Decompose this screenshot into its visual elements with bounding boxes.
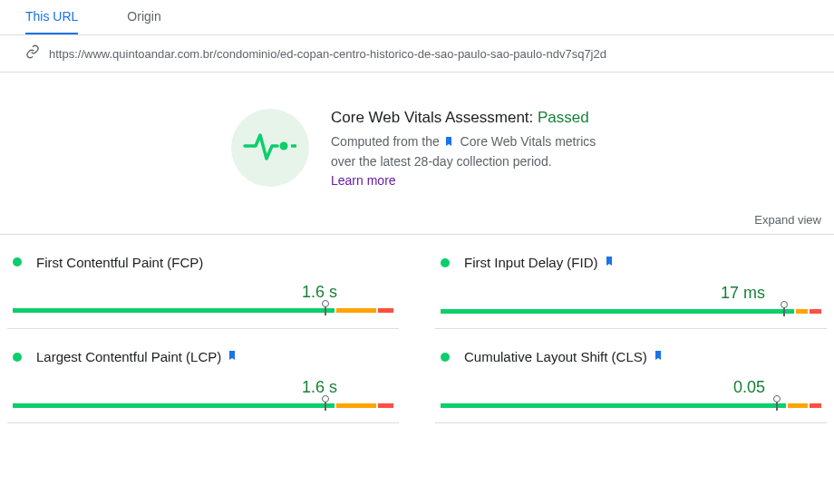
metric-header: Cumulative Layout Shift (CLS) [441,349,821,365]
metric-header: Largest Contentful Paint (LCP) [13,349,393,365]
metrics-grid: First Contentful Paint (FCP) 1.6 s First… [0,235,834,423]
metric-cls: Cumulative Layout Shift (CLS) 0.05 [435,329,827,423]
metric-fid: First Input Delay (FID) 17 ms [435,235,827,329]
metric-fcp: First Contentful Paint (FCP) 1.6 s [7,235,399,329]
metric-value: 1.6 s [13,378,393,397]
svg-rect-1 [291,145,296,148]
link-icon [25,44,40,63]
bookmark-icon [443,134,454,152]
assessment-title: Core Web Vitals Assessment: Passed [331,109,603,127]
metric-bar [441,401,821,410]
url-text: https://www.quintoandar.com.br/condomini… [49,47,606,61]
assessment-text: Core Web Vitals Assessment: Passed Compu… [331,109,603,188]
metric-header: First Contentful Paint (FCP) [13,255,393,270]
status-dot-good [13,353,22,362]
svg-point-0 [280,142,288,150]
metric-name: First Contentful Paint (FCP) [36,255,203,270]
tabs: This URL Origin [0,0,834,35]
status-dot-good [13,257,22,267]
pulse-badge [231,109,309,187]
pulse-icon [241,128,299,168]
metric-value: 1.6 s [13,283,393,302]
metric-name: Cumulative Layout Shift (CLS) [464,349,647,364]
metric-value: 0.05 [441,378,821,397]
bookmark-icon [653,349,664,365]
metric-name: First Input Delay (FID) [464,255,598,270]
tab-origin[interactable]: Origin [127,0,160,34]
status-dot-good [441,353,450,362]
metric-value: 17 ms [441,284,821,303]
metric-lcp: Largest Contentful Paint (LCP) 1.6 s [7,329,399,423]
tab-this-url[interactable]: This URL [25,0,78,34]
metric-bar [441,306,821,315]
expand-row: Expand view [0,206,834,235]
bookmark-icon [227,349,238,365]
learn-more-link[interactable]: Learn more [331,173,603,188]
metric-name: Largest Contentful Paint (LCP) [36,349,221,364]
expand-view-button[interactable]: Expand view [754,213,821,227]
status-dot-good [441,258,450,267]
assessment-status: Passed [538,109,589,126]
url-row: https://www.quintoandar.com.br/condomini… [0,35,834,73]
assessment-row: Core Web Vitals Assessment: Passed Compu… [0,73,834,206]
bookmark-icon [604,255,615,271]
assessment-desc: Computed from the Core Web Vitals metric… [331,132,603,171]
metric-header: First Input Delay (FID) [441,255,821,271]
metric-bar [13,401,393,410]
metric-bar [13,305,393,315]
